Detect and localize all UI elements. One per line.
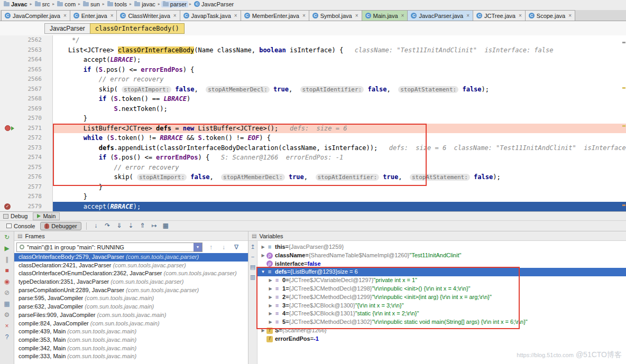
filter-icon[interactable]: ▥: [250, 274, 255, 280]
code-line-2567[interactable]: 2567 skip( stopAtImport: false, stopAtMe…: [0, 85, 626, 95]
line-number[interactable]: 2578: [15, 192, 46, 202]
step-into-icon[interactable]: ⇓: [115, 221, 124, 230]
expand-arrow-icon[interactable]: ▶: [260, 251, 266, 260]
tab-javacompiler-java[interactable]: CJavaCompiler.java×: [1, 10, 70, 21]
breakpoint-icon[interactable]: [5, 125, 11, 131]
line-number[interactable]: 2565: [15, 65, 46, 75]
copy-value-icon[interactable]: ▤: [250, 264, 255, 270]
code-line-2577[interactable]: 2577 }: [0, 182, 626, 192]
code-line-2563[interactable]: 2563 List<JCTree> classOrInterfaceBody(N…: [0, 45, 626, 55]
expand-arrow-icon[interactable]: ▼: [260, 268, 266, 276]
line-number[interactable]: 2572: [15, 133, 46, 143]
breadcrumb-method-chip[interactable]: classOrInterfaceBody(): [90, 23, 185, 34]
close-tab-icon[interactable]: ×: [568, 13, 572, 18]
help-button[interactable]: ?: [2, 333, 12, 342]
tab-jctree-java[interactable]: CJCTree.java×: [473, 10, 526, 21]
frame-row[interactable]: compile:824, JavaCompiler (com.sun.tools…: [14, 320, 248, 328]
expand-arrow-icon[interactable]: ▶: [267, 276, 274, 285]
variable-row-1[interactable]: ▶≡1 = {JCTree$JCMethodDecl@1298} "\r\n\n…: [257, 285, 626, 293]
expand-arrow-icon[interactable]: ▶: [267, 302, 274, 310]
line-number[interactable]: 2566: [15, 74, 46, 85]
variable-row-S[interactable]: ▶fS = {Scanner@1266}: [257, 326, 626, 335]
thread-dropdown[interactable]: "main"@1 in group "main": RUNNING ▼: [16, 242, 202, 252]
frame-row[interactable]: parseFiles:909, JavaCompiler (com.sun.to…: [14, 311, 248, 320]
gutter[interactable]: 2565: [0, 65, 53, 75]
close-tab-icon[interactable]: ×: [302, 13, 306, 18]
frame-row[interactable]: parseCompilationUnit:2289, JavacParser (…: [14, 286, 248, 295]
variable-row-className[interactable]: ▶pclassName = {SharedNameTable$NameImpl@…: [257, 251, 626, 260]
filter-frames-icon[interactable]: ∇: [232, 244, 241, 251]
line-number[interactable]: 2575: [15, 163, 46, 173]
code-line-2575[interactable]: 2575 // error recovery: [0, 163, 626, 173]
view-as-table-icon[interactable]: ▦: [161, 221, 170, 230]
code-text[interactable]: // error recovery: [53, 74, 626, 85]
close-tab-icon[interactable]: ×: [401, 13, 404, 18]
variable-row-isInterface[interactable]: pisInterface = false: [257, 260, 626, 268]
gutter[interactable]: 2564: [0, 55, 53, 65]
step-out-icon[interactable]: ⇑: [138, 221, 147, 230]
gutter[interactable]: 2572: [0, 133, 53, 143]
code-line-2566[interactable]: 2566 // error recovery: [0, 74, 626, 85]
breadcrumb-class-chip[interactable]: JavacParser: [44, 23, 90, 34]
gutter[interactable]: 2563: [0, 45, 53, 55]
variable-row-5[interactable]: ▶≡5 = {JCTree$JCMethodDecl@1302} "\r\n\n…: [257, 318, 626, 326]
frame-up-icon[interactable]: ↑: [207, 244, 215, 251]
line-number[interactable]: 2562: [15, 35, 46, 45]
breadcrumb-item-javacparser[interactable]: CJavacParser: [192, 1, 235, 7]
code-line-2570[interactable]: 2570 }: [0, 114, 626, 124]
code-text[interactable]: defs.appendList(classOrInterfaceBodyDecl…: [53, 143, 626, 153]
line-number[interactable]: 2567: [15, 85, 46, 95]
code-line-2573[interactable]: 2573 defs.appendList(classOrInterfaceBod…: [0, 143, 626, 153]
code-text[interactable]: S.nextToken();: [53, 104, 626, 114]
code-line-2571[interactable]: 2571 ListBuffer<JCTree> defs = new ListB…: [0, 124, 626, 134]
error-stripe[interactable]: [621, 35, 626, 211]
code-line-2562[interactable]: 2562 */: [0, 35, 626, 45]
code-text[interactable]: }: [53, 192, 626, 202]
expand-arrow-icon[interactable]: ▶: [267, 293, 274, 302]
gutter[interactable]: 2574: [0, 153, 53, 163]
pause-button[interactable]: ∥: [2, 255, 12, 264]
tab-debugger[interactable]: Debugger: [40, 222, 81, 230]
run-to-cursor-icon[interactable]: ↦: [150, 221, 159, 230]
tab-symbol-java[interactable]: CSymbol.java×: [309, 10, 362, 21]
close-tab-icon[interactable]: ×: [63, 13, 67, 18]
line-number[interactable]: 2569: [15, 104, 46, 114]
code-line-2568[interactable]: 2568 if (S.token() == LBRACE): [0, 94, 626, 104]
line-number[interactable]: 2577: [15, 182, 46, 192]
thread-dropdown-arrow-icon[interactable]: ▼: [194, 243, 202, 251]
breadcrumb-item-javac[interactable]: javac: [133, 1, 157, 7]
variable-row-3[interactable]: ▶≡3 = {JCTree$JCBlock@1300} "{\r\n int x…: [257, 302, 626, 310]
code-line-2569[interactable]: 2569 S.nextToken();: [0, 104, 626, 114]
variable-row-4[interactable]: ▶≡4 = {JCTree$JCBlock@1301} "static {\r\…: [257, 310, 626, 318]
expand-arrow-icon[interactable]: ▶: [267, 310, 274, 318]
tab-main-java[interactable]: CMain.java×: [362, 10, 408, 21]
expand-arrow-icon[interactable]: ▶: [267, 318, 274, 326]
close-button[interactable]: ×: [2, 322, 12, 331]
frame-down-icon[interactable]: ↓: [219, 244, 228, 251]
code-text[interactable]: */: [53, 35, 626, 45]
add-watch-icon[interactable]: ↥: [250, 244, 255, 250]
code-text[interactable]: }: [53, 182, 626, 192]
gutter[interactable]: 2570: [0, 114, 53, 124]
gutter[interactable]: 2571: [0, 124, 53, 134]
restore-layout-button[interactable]: ▦: [2, 300, 12, 309]
expand-arrow-icon[interactable]: ▶: [260, 243, 266, 251]
debug-toolwindow-tab[interactable]: Debug: [3, 213, 27, 219]
breadcrumb-item-src[interactable]: src: [33, 1, 52, 7]
frame-row[interactable]: parse:632, JavaCompiler (com.sun.tools.j…: [14, 303, 248, 311]
code-editor[interactable]: 2562 */2563 List<JCTree> classOrInterfac…: [0, 35, 626, 211]
variable-row-defs[interactable]: ▼≡defs = {ListBuffer@1293} size = 6: [257, 268, 626, 276]
view-breakpoints-button[interactable]: ◉: [2, 277, 12, 286]
step-over-icon[interactable]: ↷: [103, 221, 112, 230]
code-text[interactable]: if (S.token() == LBRACE): [53, 94, 626, 104]
code-text[interactable]: skip( stopAtImport: false, stopAtMemberD…: [53, 172, 626, 182]
expand-arrow-icon[interactable]: ▶: [260, 326, 266, 335]
line-number[interactable]: 2568: [15, 94, 46, 104]
gutter[interactable]: 2566: [0, 74, 53, 85]
close-tab-icon[interactable]: ×: [519, 13, 522, 18]
code-text[interactable]: }: [53, 114, 626, 124]
code-text[interactable]: while (S.token() != RBRACE && S.token() …: [53, 133, 626, 143]
code-text[interactable]: accept(RBRACE);: [53, 202, 626, 212]
line-number[interactable]: 2564: [15, 55, 46, 65]
code-line-2579[interactable]: ✓2579 accept(RBRACE);: [0, 202, 626, 212]
